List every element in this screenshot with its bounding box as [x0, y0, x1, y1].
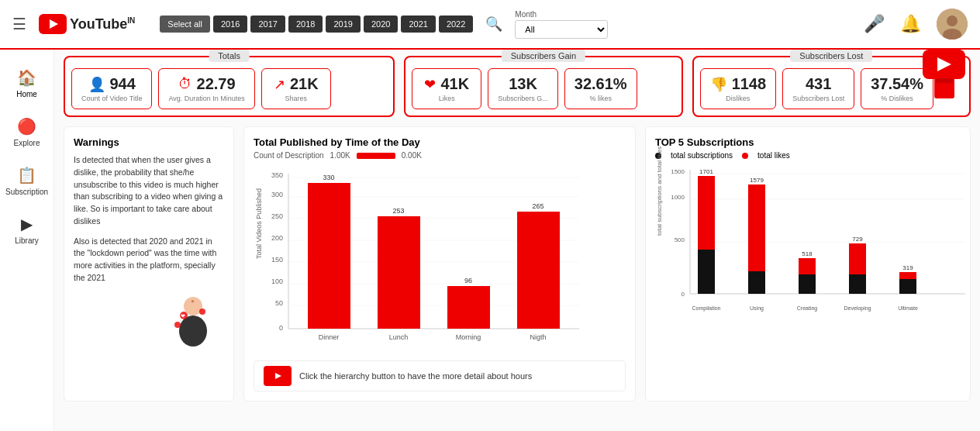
top5-bar4-likes — [849, 243, 866, 274]
avatar[interactable] — [937, 9, 968, 40]
subscribers-lost-section: Subscribers Lost 👎 1148 — [692, 56, 971, 117]
bar-morning — [447, 286, 490, 329]
shares-value: 21K — [290, 75, 319, 93]
totals-title: Totals — [209, 50, 250, 62]
svg-text:total subscriptions and total : total subscriptions and total likes — [656, 147, 663, 236]
subs-lost-value: 431 — [806, 75, 831, 93]
warnings-text2: Also is detected that 2020 and 2021 in t… — [74, 236, 224, 284]
year-filters: Select all 2016 2017 2018 2019 2020 2021… — [160, 16, 473, 33]
totals-cards: 👤 944 Count of Video Title ⏱ 22.79 Avg. … — [71, 68, 387, 109]
svg-text:0: 0 — [279, 324, 283, 332]
logo-text: YouTubeIN — [70, 16, 135, 33]
logo: YouTubeIN — [39, 14, 135, 34]
bar-night — [517, 212, 560, 329]
sidebar-item-subscription[interactable]: 📋 Subscription — [0, 160, 53, 202]
warnings-panel: Warnings Is detected that when the user … — [64, 126, 234, 402]
svg-text:250: 250 — [271, 212, 283, 220]
kpi-card-pct-likes: 32.61% % likes — [564, 68, 637, 109]
svg-text:0: 0 — [682, 291, 685, 298]
sidebar-item-home[interactable]: 🏠 Home — [0, 62, 53, 105]
chart-legend-scale-left: 1.00K — [330, 151, 350, 160]
play-icon-svg — [270, 371, 285, 381]
kpi-card-video-count: 👤 944 Count of Video Title — [71, 68, 152, 109]
svg-text:300: 300 — [271, 191, 283, 198]
video-count-value: 944 — [110, 75, 136, 93]
svg-text:Lunch: Lunch — [389, 333, 409, 341]
year-btn-2017[interactable]: 2017 — [250, 16, 285, 33]
year-btn-all[interactable]: Select all — [160, 16, 210, 33]
top5-title: TOP 5 Subscriptions — [655, 136, 961, 148]
thumbsdown-icon: 👎 — [710, 76, 727, 93]
chart-legend-bar — [357, 153, 395, 159]
duration-value: 22.79 — [197, 75, 236, 93]
hamburger-menu[interactable]: ☰ — [12, 15, 26, 33]
svg-text:729: 729 — [852, 236, 863, 243]
month-select[interactable]: All — [515, 20, 608, 39]
svg-point-14 — [174, 322, 181, 328]
subscription-icon: 📋 — [17, 166, 36, 184]
svg-text:1000: 1000 — [671, 194, 685, 201]
svg-text:100: 100 — [271, 278, 283, 285]
totals-section: Totals 👤 944 Count of Video Title ⏱ 22.7… — [64, 56, 395, 117]
year-btn-2019[interactable]: 2019 — [326, 16, 360, 33]
year-btn-2016[interactable]: 2016 — [213, 16, 247, 33]
duration-label: Avg. Duration In Minutes — [168, 95, 244, 102]
svg-text:253: 253 — [392, 207, 404, 215]
legend-likes-label: total likes — [757, 151, 790, 160]
pct-dislikes-label: % Dislikes — [881, 95, 913, 102]
bottom-bar-text: Click the hierarchy button to have the m… — [299, 371, 532, 381]
top5-bar5-likes — [899, 272, 916, 279]
top5-bar5-subs — [899, 279, 916, 294]
avatar-image — [937, 9, 968, 40]
svg-text:Using: Using — [750, 305, 764, 312]
top5-bar1-likes — [698, 176, 715, 250]
library-icon: ▶ — [21, 215, 33, 233]
warnings-text1: Is detected that when the user gives a d… — [74, 154, 224, 228]
mic-icon[interactable]: 🎤 — [864, 14, 885, 34]
top5-bar1-subs — [698, 250, 715, 294]
sidebar-label-home: Home — [16, 90, 37, 98]
svg-text:330: 330 — [323, 174, 334, 181]
kpi-card-duration: ⏱ 22.79 Avg. Duration In Minutes — [158, 68, 254, 109]
svg-point-3 — [947, 16, 958, 26]
sidebar-item-explore[interactable]: 🔴 Explore — [0, 111, 53, 153]
year-btn-2020[interactable]: 2020 — [364, 16, 398, 33]
content-area: Totals 👤 944 Count of Video Title ⏱ 22.7… — [54, 50, 980, 431]
svg-text:1579: 1579 — [750, 177, 764, 184]
video-count-label: Count of Video Title — [81, 95, 142, 102]
top-right-controls: 🎤 🔔 — [864, 9, 968, 40]
svg-text:Compilation: Compilation — [692, 305, 721, 312]
chart-legend-scale-right: 0.00K — [402, 151, 422, 160]
yt-deco-svg — [919, 50, 977, 100]
search-button[interactable]: 🔍 — [485, 16, 502, 33]
explore-icon: 🔴 — [17, 117, 36, 136]
svg-text:●: ● — [191, 298, 195, 305]
play-button[interactable] — [264, 366, 292, 386]
svg-text:500: 500 — [675, 236, 685, 243]
bell-icon[interactable]: 🔔 — [900, 14, 921, 34]
top5-bar3-likes — [799, 258, 816, 274]
year-btn-2018[interactable]: 2018 — [288, 16, 323, 33]
svg-text:200: 200 — [271, 234, 283, 242]
svg-point-13 — [199, 309, 205, 315]
kpi-card-shares: ↗ 21K Shares — [261, 68, 331, 109]
svg-text:Total Videos Published: Total Videos Published — [255, 188, 263, 259]
yt-decoration — [919, 50, 977, 102]
likes-value: 41K — [440, 75, 469, 93]
svg-point-10 — [179, 315, 207, 347]
svg-text:265: 265 — [532, 202, 543, 210]
subscribers-lost-title: Subscribers Lost — [790, 50, 872, 62]
month-label: Month — [515, 10, 608, 19]
svg-text:350: 350 — [271, 171, 283, 179]
year-btn-2022[interactable]: 2022 — [439, 16, 473, 33]
dislikes-label: Dislikes — [726, 95, 750, 102]
year-btn-2021[interactable]: 2021 — [401, 16, 435, 33]
svg-text:1701: 1701 — [699, 168, 713, 175]
bottom-bar: Click the hierarchy button to have the m… — [254, 360, 626, 391]
bar-chart-title: Total Published by Time of the Day — [254, 136, 626, 148]
sidebar-item-library[interactable]: ▶ Library — [0, 209, 53, 251]
kpi-card-dislikes: 👎 1148 Dislikes — [700, 68, 777, 109]
svg-text:Developing: Developing — [844, 305, 871, 312]
sidebar: 🏠 Home 🔴 Explore 📋 Subscription ▶ Librar… — [0, 50, 54, 431]
sidebar-label-library: Library — [15, 236, 39, 245]
